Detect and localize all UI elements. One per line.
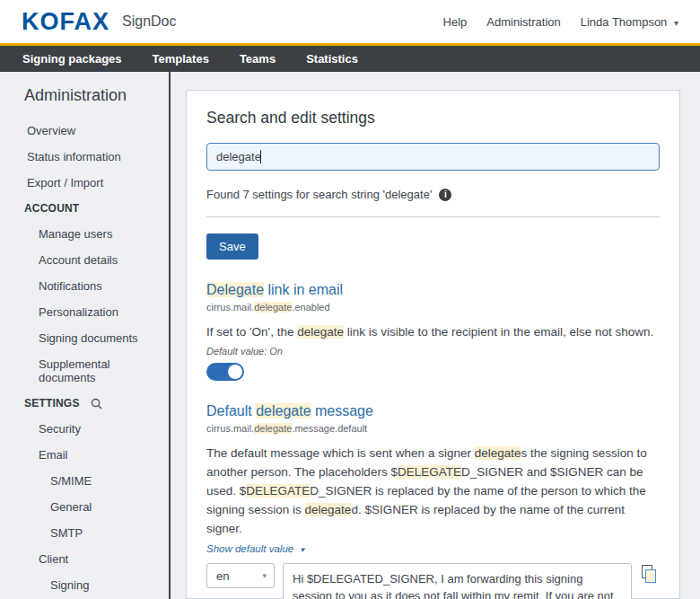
chevron-down-icon: ▾ bbox=[300, 545, 304, 554]
settings-search-input[interactable] bbox=[206, 143, 660, 171]
delegate-message-textarea[interactable]: Hi $DELEGATED_SIGNER, I am forwarding th… bbox=[283, 563, 632, 599]
settings-panel: Search and edit settings Found 7 setting… bbox=[186, 90, 680, 599]
kofax-logo: KOFAX bbox=[22, 8, 109, 36]
sidebar-item[interactable]: Email bbox=[0, 442, 169, 468]
language-value: en bbox=[216, 569, 229, 583]
header-links: Help Administration Linda Thompson ▾ bbox=[443, 15, 678, 29]
setting-delegate-message: Default delegate message cirrus.mail.del… bbox=[206, 403, 660, 599]
sidebar-item-label: Signing documents bbox=[39, 331, 138, 345]
sidebar-item[interactable]: Security bbox=[0, 416, 169, 442]
page-title: Search and edit settings bbox=[206, 109, 660, 128]
main-nav: Signing packagesTemplatesTeamsStatistics bbox=[0, 46, 700, 72]
toggle-knob bbox=[228, 365, 242, 379]
user-menu[interactable]: Linda Thompson ▾ bbox=[581, 15, 678, 29]
sidebar-item[interactable]: Supplemental documents bbox=[0, 351, 169, 391]
sidebar-item[interactable]: Client bbox=[0, 546, 169, 572]
sidebar-item-label: General bbox=[50, 500, 92, 514]
setting-title-link[interactable]: Delegate link in email bbox=[206, 282, 660, 298]
setting-key: cirrus.mail.delegate.enabled bbox=[206, 302, 660, 313]
setting-delegate-link: Delegate link in email cirrus.mail.deleg… bbox=[206, 282, 660, 381]
search-icon[interactable] bbox=[91, 398, 102, 410]
sidebar-item-label: SMTP bbox=[50, 526, 83, 540]
sidebar-item-label: Export / Import bbox=[27, 176, 103, 189]
main-wrap: Search and edit settings Found 7 setting… bbox=[171, 72, 700, 599]
show-default-label: Show default value bbox=[206, 543, 293, 554]
setting-description: If set to 'On', the delegate link is vis… bbox=[206, 322, 660, 341]
sidebar-item-label: Supplemental documents bbox=[39, 357, 165, 384]
sidebar-item-label: Status information bbox=[27, 150, 121, 163]
sidebar-item-label: Personalization bbox=[39, 305, 118, 319]
sidebar-item-label: Email bbox=[39, 448, 68, 462]
user-name: Linda Thompson bbox=[581, 15, 668, 29]
chevron-down-icon: ▾ bbox=[262, 571, 267, 580]
sidebar-item-label: Notifications bbox=[39, 279, 102, 293]
sidebar-item[interactable]: SETTINGS bbox=[0, 391, 169, 416]
sidebar-item[interactable]: Overview bbox=[0, 118, 169, 144]
info-icon[interactable]: i bbox=[439, 189, 451, 201]
sidebar-item[interactable]: S/MIME bbox=[0, 468, 169, 494]
setting-key: cirrus.mail.delegate.message.default bbox=[206, 423, 660, 434]
sidebar-item-label: ACCOUNT bbox=[24, 202, 79, 215]
nav-item[interactable]: Statistics bbox=[306, 52, 358, 66]
text-cursor bbox=[260, 150, 261, 163]
sidebar-item[interactable]: General bbox=[0, 494, 169, 520]
sidebar-item[interactable]: Signing bbox=[0, 572, 169, 598]
sidebar-item-label: Overview bbox=[27, 124, 75, 137]
sidebar-item-label: Security bbox=[39, 422, 81, 436]
sidebar-item-label: Manage users bbox=[39, 227, 112, 241]
setting-description: The default message which is sent when a… bbox=[206, 444, 660, 538]
admin-sidebar: Administration Overview Status informati… bbox=[0, 72, 171, 599]
search-result-line: Found 7 settings for search string 'dele… bbox=[206, 188, 660, 201]
language-select[interactable]: en ▾ bbox=[206, 563, 275, 588]
sidebar-menu: Overview Status information Export / Imp… bbox=[0, 118, 169, 599]
sidebar-item[interactable]: Manage users bbox=[0, 221, 169, 247]
sidebar-item[interactable]: Status information bbox=[0, 144, 169, 170]
chevron-down-icon: ▾ bbox=[674, 18, 678, 28]
sidebar-item-label: Signing bbox=[50, 578, 89, 592]
nav-item[interactable]: Teams bbox=[240, 52, 276, 66]
sidebar-item[interactable]: Notifications bbox=[0, 273, 169, 299]
sidebar-item[interactable]: Export / Import bbox=[0, 170, 169, 196]
delegate-link-toggle[interactable] bbox=[206, 363, 244, 381]
sidebar-item-label: S/MIME bbox=[50, 474, 92, 488]
sidebar-item[interactable]: SMTP bbox=[0, 520, 169, 546]
sidebar-item-label: Account details bbox=[39, 253, 118, 267]
search-box bbox=[206, 143, 660, 171]
sidebar-item[interactable]: Account details bbox=[0, 247, 169, 273]
search-result-text: Found 7 settings for search string 'dele… bbox=[206, 188, 432, 201]
default-value-label: Default value: On bbox=[206, 346, 660, 357]
show-default-value-link[interactable]: Show default value ▾ bbox=[206, 543, 304, 554]
save-button[interactable]: Save bbox=[206, 233, 258, 260]
sidebar-title: Administration bbox=[0, 86, 169, 105]
nav-item[interactable]: Templates bbox=[153, 52, 209, 66]
copy-icon[interactable] bbox=[642, 565, 660, 585]
app-header: KOFAX SignDoc Help Administration Linda … bbox=[0, 0, 700, 43]
nav-item[interactable]: Signing packages bbox=[22, 52, 122, 66]
section-divider bbox=[206, 216, 660, 217]
content-area: Administration Overview Status informati… bbox=[0, 72, 700, 599]
sidebar-item-label: Client bbox=[39, 552, 68, 566]
setting-title-link[interactable]: Default delegate message bbox=[206, 403, 660, 419]
administration-link[interactable]: Administration bbox=[486, 15, 560, 29]
sidebar-item[interactable]: ACCOUNT bbox=[0, 196, 169, 221]
sidebar-item[interactable]: Personalization bbox=[0, 299, 169, 325]
product-name: SignDoc bbox=[122, 13, 176, 30]
message-value-row: en ▾ Hi $DELEGATED_SIGNER, I am forwardi… bbox=[206, 563, 660, 599]
sidebar-item[interactable]: Signing documents bbox=[0, 325, 169, 351]
sidebar-item-label: SETTINGS bbox=[24, 397, 80, 410]
help-link[interactable]: Help bbox=[443, 15, 468, 29]
